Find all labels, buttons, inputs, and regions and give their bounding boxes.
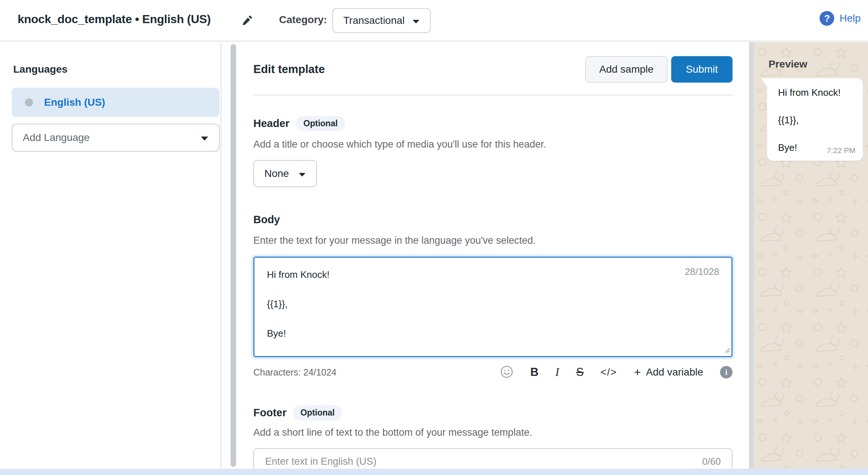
header-divider xyxy=(253,95,733,95)
footer-character-counter: 0/60 xyxy=(702,456,721,467)
help-button[interactable]: ? Help xyxy=(820,11,861,26)
header-type-dropdown-value: None xyxy=(264,168,289,180)
question-mark-icon: ? xyxy=(820,11,834,26)
header-type-dropdown[interactable]: None xyxy=(253,160,317,187)
message-preview-bubble: Hi from Knock! {{1}}, Bye! 7:22 PM xyxy=(767,78,863,161)
chevron-down-icon xyxy=(299,168,306,180)
language-item-label: English (US) xyxy=(44,97,105,108)
strikethrough-button[interactable]: S xyxy=(576,366,584,379)
sidebar-divider xyxy=(221,42,221,469)
characters-count-label: Characters: 24/1024 xyxy=(253,367,337,378)
smiley-icon xyxy=(500,365,513,380)
preview-panel: Preview Hi from Knock! {{1}}, Bye! 7:22 … xyxy=(754,42,868,469)
footer-optional-badge: Optional xyxy=(293,405,342,420)
editor-scrollbar[interactable] xyxy=(749,42,754,469)
bubble-tail xyxy=(761,78,767,86)
pencil-icon xyxy=(240,23,253,28)
add-language-dropdown[interactable]: Add Language xyxy=(12,124,220,152)
preview-message-line: Hi from Knock! xyxy=(778,87,855,98)
category-label: Category: xyxy=(279,14,327,26)
bottom-page-strip xyxy=(0,469,868,475)
preview-heading: Preview xyxy=(768,58,807,70)
footer-section-title: Footer xyxy=(253,407,286,419)
chevron-down-icon xyxy=(412,15,420,26)
add-variable-label: Add variable xyxy=(646,366,703,378)
add-sample-button[interactable]: Add sample xyxy=(585,56,668,83)
preview-message-line: {{1}}, xyxy=(778,115,855,126)
header-section-description: Add a title or choose which type of medi… xyxy=(253,139,546,150)
top-bar: knock_doc_template • English (US) Catego… xyxy=(0,0,868,41)
add-variable-button[interactable]: + Add variable xyxy=(634,366,703,379)
category-dropdown[interactable]: Transactional xyxy=(332,8,431,33)
page-title: knock_doc_template • English (US) xyxy=(18,12,211,26)
info-icon[interactable]: i xyxy=(720,366,733,378)
italic-button[interactable]: I xyxy=(556,366,559,379)
languages-sidebar: Languages English (US) Add Language xyxy=(0,42,221,469)
body-textarea[interactable]: Hi from Knock! {{1}}, Bye! xyxy=(253,257,733,357)
emoji-button[interactable] xyxy=(500,365,513,380)
header-section-title: Header xyxy=(253,117,289,130)
body-section-description: Enter the text for your message in the l… xyxy=(253,235,536,246)
footer-section-description: Add a short line of text to the bottom o… xyxy=(253,427,532,438)
preview-timestamp: 7:22 PM xyxy=(827,146,856,155)
sidebar-item-english-us[interactable]: English (US) xyxy=(12,88,220,117)
body-section-title: Body xyxy=(253,214,280,226)
category-dropdown-value: Transactional xyxy=(343,15,405,26)
chevron-down-icon xyxy=(200,132,209,144)
submit-button[interactable]: Submit xyxy=(671,56,733,83)
bold-button[interactable]: B xyxy=(530,366,538,379)
code-button[interactable]: </> xyxy=(601,367,617,378)
language-status-dot-icon xyxy=(25,98,33,106)
sidebar-scrollbar[interactable] xyxy=(231,44,236,467)
help-label: Help xyxy=(839,12,861,24)
edit-template-title: Edit template xyxy=(253,63,325,76)
plus-icon: + xyxy=(634,366,641,379)
header-optional-badge: Optional xyxy=(296,116,345,131)
footer-text-input[interactable] xyxy=(265,456,702,467)
add-language-placeholder: Add Language xyxy=(23,132,90,144)
languages-heading: Languages xyxy=(13,64,68,75)
edit-template-name-button[interactable] xyxy=(239,13,255,29)
